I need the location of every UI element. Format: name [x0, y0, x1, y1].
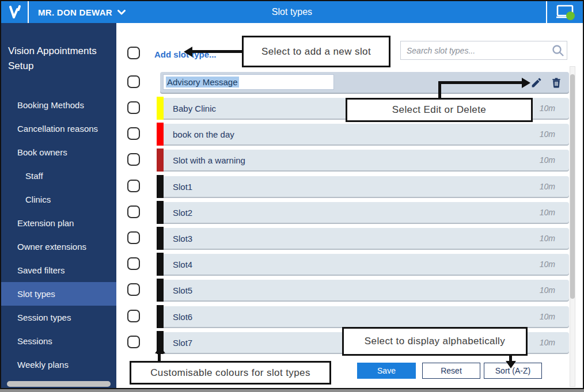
slot-name-input[interactable]: Advisory Message — [163, 74, 334, 90]
selected-text: Advisory Message — [166, 77, 239, 87]
search-input[interactable] — [401, 41, 549, 59]
slot-name: Slot3 — [173, 228, 192, 249]
annotation-add-slot: Select to add a new slot — [242, 36, 390, 67]
app-window: MR. DON DEWAR Slot types Vision Appointm… — [0, 0, 584, 392]
sidebar-item-owner-extensions[interactable]: Owner extensions — [1, 235, 116, 258]
slot-duration: 10m — [540, 202, 555, 223]
vertical-scrollbar-thumb[interactable] — [570, 74, 575, 299]
sidebar-item-session-types[interactable]: Session types — [1, 306, 116, 329]
slot-name: Slot6 — [173, 306, 192, 327]
sidebar-item-cancellation-reasons[interactable]: Cancellation reasons — [1, 117, 116, 140]
user-name: MR. DON DEWAR — [38, 7, 112, 17]
slot-row[interactable]: book on the day10m — [157, 124, 569, 144]
row-checkbox[interactable] — [127, 101, 140, 114]
slot-name: Slot with a warning — [173, 150, 245, 170]
slot-colour-bar[interactable] — [157, 149, 164, 172]
slot-colour-bar[interactable] — [157, 227, 164, 250]
topbar-right — [546, 1, 583, 23]
slot-colour-bar[interactable] — [157, 123, 164, 146]
slot-duration: 10m — [540, 176, 555, 197]
slot-name: Baby Clinic — [173, 98, 216, 119]
trash-icon[interactable] — [551, 77, 562, 89]
slot-duration: 10m — [540, 150, 555, 170]
row-checkbox[interactable] — [127, 336, 140, 348]
annotation-arrow-shaft — [509, 356, 512, 361]
select-all-checkbox[interactable] — [127, 47, 140, 59]
row-checkbox[interactable] — [127, 153, 140, 166]
monitor-icon[interactable] — [547, 1, 583, 23]
chevron-down-icon — [117, 10, 126, 15]
pencil-icon[interactable] — [530, 77, 543, 89]
slot-colour-bar[interactable] — [157, 253, 164, 276]
vertical-scrollbar[interactable] — [570, 66, 575, 387]
annotation-edit-delete: Select Edit or Delete — [346, 98, 533, 122]
save-button[interactable]: Save — [357, 363, 416, 379]
annotation-arrow-shaft — [192, 50, 242, 53]
slot-name: Slot1 — [173, 176, 192, 197]
slot-row[interactable]: Slot510m — [157, 280, 569, 300]
annotation-arrowhead-right — [522, 78, 530, 88]
slot-duration: 10m — [540, 228, 555, 249]
sidebar-item-weekly-plans[interactable]: Weekly plans — [1, 353, 116, 376]
slot-name: Slot2 — [173, 202, 192, 223]
sidebar-item-sessions[interactable]: Sessions — [1, 329, 116, 353]
reset-button[interactable]: Reset — [422, 363, 480, 379]
row-checkbox[interactable] — [127, 310, 140, 322]
sidebar-item-staff[interactable]: Staff — [1, 164, 116, 188]
slot-duration: 10m — [540, 98, 555, 119]
row-checkbox[interactable] — [127, 127, 140, 140]
slot-colour-bar[interactable] — [157, 97, 164, 120]
user-menu[interactable]: MR. DON DEWAR — [38, 7, 126, 17]
search-icon[interactable] — [549, 44, 567, 58]
sidebar-item-clinics[interactable]: Clinics — [1, 188, 116, 211]
sidebar-item-slot-types[interactable]: Slot types — [1, 282, 116, 306]
slot-colour-bar[interactable] — [157, 305, 164, 328]
slot-row[interactable]: Slot210m — [157, 202, 569, 223]
row-checkbox[interactable] — [127, 231, 140, 244]
slot-row[interactable]: Slot110m — [157, 176, 569, 197]
slot-name: Slot4 — [173, 254, 192, 275]
vision-logo-icon[interactable] — [1, 1, 28, 23]
slot-name: book on the day — [173, 124, 234, 144]
slot-row[interactable]: Slot410m — [157, 254, 569, 275]
sidebar: Vision Appointments Setup Booking Method… — [1, 23, 116, 389]
sidebar-nav: Booking MethodsCancellation reasonsBook … — [1, 93, 116, 376]
annotation-arrow-shaft — [438, 81, 523, 84]
sidebar-horizontal-scrollbar[interactable] — [7, 381, 111, 387]
sidebar-item-book-owners[interactable]: Book owners — [1, 140, 116, 164]
slot-name: Slot5 — [173, 280, 192, 300]
row-checkbox[interactable] — [127, 75, 140, 88]
annotation-sort: Select to display alphabetically — [342, 327, 528, 356]
slot-colour-bar[interactable] — [157, 201, 164, 224]
row-actions — [530, 72, 562, 93]
slot-duration: 10m — [540, 280, 555, 300]
search-box — [400, 41, 567, 60]
sidebar-item-extension-plan[interactable]: Extension plan — [1, 211, 116, 235]
slot-name: Slot7 — [173, 332, 192, 353]
topbar: MR. DON DEWAR Slot types — [1, 1, 583, 23]
window-bottom-edge — [0, 389, 584, 392]
row-checkbox[interactable] — [127, 180, 140, 192]
annotation-arrowhead-left — [184, 47, 192, 57]
row-checkbox[interactable] — [127, 283, 140, 296]
annotation-colours: Customisable colours for slot types — [130, 361, 331, 385]
slot-duration: 10m — [540, 332, 555, 353]
annotation-arrowhead-down — [506, 361, 516, 368]
annotation-arrow-shaft — [158, 353, 161, 361]
slot-row[interactable]: Slot610m — [157, 306, 569, 327]
sidebar-item-saved-filters[interactable]: Saved filters — [1, 258, 116, 282]
row-checkbox[interactable] — [127, 257, 140, 270]
green-status-dot — [566, 12, 575, 20]
slot-duration: 10m — [540, 254, 555, 275]
sidebar-item-booking-methods[interactable]: Booking Methods — [1, 93, 116, 117]
slot-row[interactable]: Slot with a warning10m — [157, 150, 569, 170]
row-checkbox[interactable] — [127, 205, 140, 218]
slot-duration: 10m — [540, 306, 555, 327]
slot-row[interactable]: Slot310m — [157, 228, 569, 249]
slot-duration: 10m — [540, 124, 555, 144]
topbar-divider — [28, 1, 29, 23]
slot-colour-bar[interactable] — [157, 175, 164, 198]
sidebar-heading: Vision Appointments Setup — [8, 44, 113, 74]
slot-colour-bar[interactable] — [157, 279, 164, 302]
